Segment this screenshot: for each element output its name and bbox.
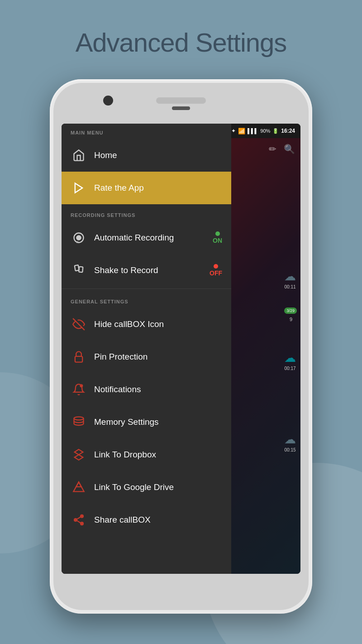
notifications-label: Notifications [94, 384, 222, 394]
status-icons: ✦ 📶 ▌▌▌ 90% 🔋 16:24 [231, 128, 295, 135]
svg-line-16 [77, 520, 81, 523]
menu-item-automatic-recording[interactable]: A Automatic Recording ON [62, 221, 231, 254]
menu-item-memory-settings[interactable]: Memory Settings [62, 406, 231, 438]
phone-screen: ✦ 📶 ▌▌▌ 90% 🔋 16:24 ✏ 🔍 ☁ [62, 124, 300, 574]
automatic-recording-label: Automatic Recording [94, 233, 213, 243]
link-google-drive-label: Link To Google Drive [94, 482, 222, 492]
bell-icon [71, 381, 87, 398]
svg-point-12 [74, 519, 77, 521]
toggle-on-text: ON [213, 237, 222, 244]
menu-item-shake-to-record[interactable]: Shake to Record OFF [62, 254, 231, 287]
recording-settings-header: RECORDING SETTINGS [62, 204, 231, 221]
toggle-off-text: OFF [210, 269, 222, 277]
app-toolbar: ✏ 🔍 [269, 144, 295, 154]
wifi-icon: 📶 [238, 128, 245, 135]
eye-off-icon [71, 316, 87, 332]
share-icon [71, 512, 87, 528]
record-icon: A [71, 230, 87, 246]
automatic-recording-toggle[interactable]: ON [213, 231, 222, 244]
time-label-3: 00:15 [284, 447, 295, 452]
number-label: 9 [290, 317, 292, 322]
menu-item-link-google-drive[interactable]: Link To Google Drive [62, 471, 231, 504]
pin-protection-label: Pin Protection [94, 352, 222, 362]
toggle-dot-red [214, 264, 218, 269]
battery-text: 90% [260, 128, 270, 134]
cloud-icon-3: ☁ [284, 433, 296, 447]
svg-marker-0 [75, 183, 82, 193]
signal-icon: ▌▌▌ [248, 128, 258, 134]
menu-item-link-dropbox[interactable]: Link To Dropbox [62, 438, 231, 471]
home-icon [71, 147, 87, 163]
memory-settings-label: Memory Settings [94, 417, 222, 427]
menu-item-hide-callbox[interactable]: Hide callBOX Icon [62, 308, 231, 341]
link-dropbox-label: Link To Dropbox [94, 450, 222, 460]
svg-point-8 [74, 417, 84, 420]
page-title: Advanced Settings [0, 27, 362, 58]
svg-point-13 [81, 515, 83, 518]
svg-point-7 [80, 384, 83, 387]
svg-marker-9 [75, 449, 83, 460]
menu-item-share-callbox[interactable]: Share callBOX [62, 504, 231, 536]
menu-item-rate-app[interactable]: Rate the App [62, 172, 231, 204]
svg-line-15 [77, 517, 81, 519]
main-menu-header: MAIN MENU [62, 124, 231, 139]
svg-marker-11 [76, 482, 81, 487]
general-settings-header: GENERAL SETTINGS [62, 291, 231, 308]
speaker [156, 97, 206, 104]
badge-label: 3/29 [284, 308, 297, 314]
svg-rect-5 [79, 267, 83, 272]
menu-item-notifications[interactable]: Notifications [62, 373, 231, 406]
search-icon[interactable]: 🔍 [284, 144, 295, 154]
menu-item-home[interactable]: Home [62, 139, 231, 172]
camera [103, 96, 113, 106]
time-label-1: 00:11 [284, 284, 295, 289]
svg-rect-4 [75, 265, 79, 271]
time-label-2: 00:17 [284, 366, 295, 371]
cloud-icon-1: ☁ [284, 269, 296, 284]
drawer-menu: MAIN MENU Home [62, 124, 231, 574]
shake-icon [71, 262, 87, 279]
edit-icon[interactable]: ✏ [269, 144, 276, 154]
lock-icon [71, 349, 87, 365]
time-text: 16:24 [281, 128, 295, 134]
google-drive-icon [71, 479, 87, 495]
menu-item-pin-protection[interactable]: Pin Protection [62, 341, 231, 373]
rate-app-label: Rate the App [94, 183, 222, 193]
battery-icon: 🔋 [272, 128, 279, 134]
dropbox-icon [71, 447, 87, 463]
svg-point-14 [81, 522, 83, 525]
phone-inner: ✦ 📶 ▌▌▌ 90% 🔋 16:24 ✏ 🔍 ☁ [53, 83, 309, 610]
database-icon [71, 414, 87, 430]
svg-rect-6 [75, 356, 82, 362]
cloud-icon-2: ☁ [284, 351, 296, 365]
home-label: Home [94, 150, 222, 160]
shake-to-record-toggle[interactable]: OFF [210, 264, 222, 277]
svg-text:A: A [76, 240, 79, 244]
phone-frame: ✦ 📶 ▌▌▌ 90% 🔋 16:24 ✏ 🔍 ☁ [50, 79, 312, 614]
share-callbox-label: Share callBOX [94, 515, 222, 525]
rate-app-icon [71, 180, 87, 196]
sensor [172, 106, 190, 110]
svg-point-2 [76, 235, 81, 240]
hide-callbox-label: Hide callBOX Icon [94, 319, 222, 329]
shake-to-record-label: Shake to Record [94, 265, 210, 275]
bluetooth-icon: ✦ [231, 128, 236, 134]
toggle-dot-green [215, 231, 220, 236]
